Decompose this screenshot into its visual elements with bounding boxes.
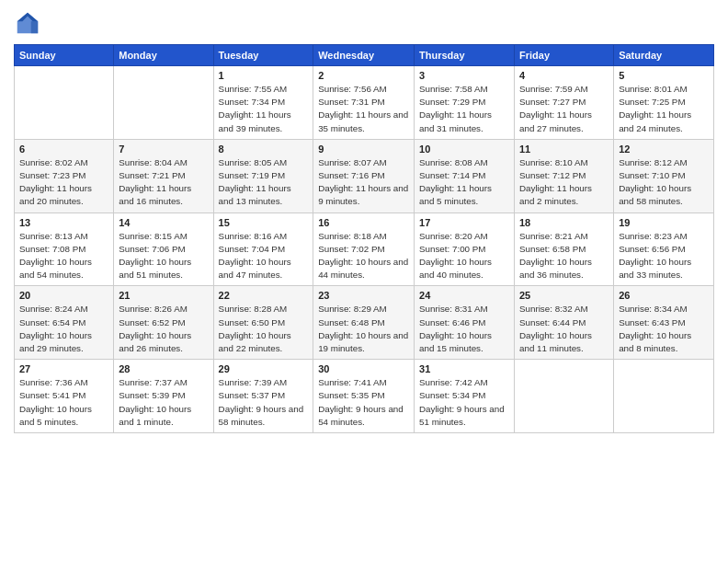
day-info: Sunrise: 8:18 AM Sunset: 7:02 PM Dayligh… (318, 230, 409, 282)
day-number: 12 (619, 144, 709, 155)
header (14, 9, 714, 37)
day-number: 8 (219, 144, 309, 155)
calendar-cell: 20Sunrise: 8:24 AM Sunset: 6:54 PM Dayli… (15, 286, 114, 360)
calendar-week-row: 20Sunrise: 8:24 AM Sunset: 6:54 PM Dayli… (15, 286, 714, 360)
calendar-cell: 29Sunrise: 7:39 AM Sunset: 5:37 PM Dayli… (213, 360, 313, 433)
weekday-header: Saturday (614, 45, 714, 66)
day-info: Sunrise: 8:05 AM Sunset: 7:19 PM Dayligh… (219, 156, 309, 209)
day-info: Sunrise: 8:20 AM Sunset: 7:00 PM Dayligh… (419, 230, 509, 282)
logo-icon (14, 9, 41, 37)
calendar-table: SundayMondayTuesdayWednesdayThursdayFrid… (14, 44, 714, 433)
day-info: Sunrise: 8:29 AM Sunset: 6:48 PM Dayligh… (318, 303, 409, 355)
calendar-cell: 28Sunrise: 7:37 AM Sunset: 5:39 PM Dayli… (114, 360, 213, 433)
day-number: 25 (519, 290, 609, 301)
day-info: Sunrise: 8:10 AM Sunset: 7:12 PM Dayligh… (519, 156, 609, 209)
day-info: Sunrise: 7:39 AM Sunset: 5:37 PM Dayligh… (219, 376, 309, 429)
calendar-cell: 9Sunrise: 8:07 AM Sunset: 7:16 PM Daylig… (313, 139, 415, 213)
calendar-cell: 22Sunrise: 8:28 AM Sunset: 6:50 PM Dayli… (213, 286, 313, 360)
day-number: 16 (318, 217, 409, 228)
day-info: Sunrise: 8:31 AM Sunset: 6:46 PM Dayligh… (419, 303, 509, 355)
weekday-header: Tuesday (213, 45, 313, 66)
day-info: Sunrise: 8:28 AM Sunset: 6:50 PM Dayligh… (219, 303, 309, 355)
calendar-cell: 31Sunrise: 7:42 AM Sunset: 5:34 PM Dayli… (415, 360, 515, 433)
calendar-cell: 14Sunrise: 8:15 AM Sunset: 7:06 PM Dayli… (114, 213, 213, 286)
day-info: Sunrise: 8:16 AM Sunset: 7:04 PM Dayligh… (219, 230, 309, 282)
day-number: 4 (519, 70, 609, 81)
calendar-cell: 18Sunrise: 8:21 AM Sunset: 6:58 PM Dayli… (515, 213, 614, 286)
day-info: Sunrise: 7:56 AM Sunset: 7:31 PM Dayligh… (318, 83, 409, 135)
day-number: 27 (19, 363, 108, 374)
calendar-cell: 19Sunrise: 8:23 AM Sunset: 6:56 PM Dayli… (614, 213, 714, 286)
calendar-cell: 17Sunrise: 8:20 AM Sunset: 7:00 PM Dayli… (415, 213, 515, 286)
calendar-cell: 23Sunrise: 8:29 AM Sunset: 6:48 PM Dayli… (313, 286, 415, 360)
calendar-cell: 8Sunrise: 8:05 AM Sunset: 7:19 PM Daylig… (213, 139, 313, 213)
day-number: 21 (119, 290, 208, 301)
day-number: 31 (419, 363, 509, 374)
calendar-cell: 30Sunrise: 7:41 AM Sunset: 5:35 PM Dayli… (313, 360, 415, 433)
calendar-cell: 21Sunrise: 8:26 AM Sunset: 6:52 PM Dayli… (114, 286, 213, 360)
calendar-cell: 27Sunrise: 7:36 AM Sunset: 5:41 PM Dayli… (15, 360, 114, 433)
day-number: 24 (419, 290, 509, 301)
day-info: Sunrise: 8:12 AM Sunset: 7:10 PM Dayligh… (619, 156, 709, 209)
calendar-week-row: 1Sunrise: 7:55 AM Sunset: 7:34 PM Daylig… (15, 66, 714, 140)
calendar-cell: 24Sunrise: 8:31 AM Sunset: 6:46 PM Dayli… (415, 286, 515, 360)
calendar-cell: 25Sunrise: 8:32 AM Sunset: 6:44 PM Dayli… (515, 286, 614, 360)
day-number: 6 (19, 144, 108, 155)
day-number: 15 (219, 217, 309, 228)
day-number: 17 (419, 217, 509, 228)
day-number: 14 (119, 217, 208, 228)
day-info: Sunrise: 7:41 AM Sunset: 5:35 PM Dayligh… (318, 376, 409, 429)
calendar-cell: 10Sunrise: 8:08 AM Sunset: 7:14 PM Dayli… (415, 139, 515, 213)
day-number: 22 (219, 290, 309, 301)
calendar-cell: 1Sunrise: 7:55 AM Sunset: 7:34 PM Daylig… (213, 66, 313, 140)
day-number: 7 (119, 144, 208, 155)
page: SundayMondayTuesdayWednesdayThursdayFrid… (0, 0, 728, 563)
day-number: 1 (219, 70, 309, 81)
logo (14, 9, 45, 37)
weekday-header: Friday (515, 45, 614, 66)
day-info: Sunrise: 7:42 AM Sunset: 5:34 PM Dayligh… (419, 376, 509, 429)
day-info: Sunrise: 7:37 AM Sunset: 5:39 PM Dayligh… (119, 376, 208, 429)
day-number: 29 (219, 363, 309, 374)
day-info: Sunrise: 8:13 AM Sunset: 7:08 PM Dayligh… (19, 230, 108, 282)
day-info: Sunrise: 8:32 AM Sunset: 6:44 PM Dayligh… (519, 303, 609, 355)
day-info: Sunrise: 8:24 AM Sunset: 6:54 PM Dayligh… (19, 303, 108, 355)
calendar-header-row: SundayMondayTuesdayWednesdayThursdayFrid… (15, 45, 714, 66)
calendar-cell: 15Sunrise: 8:16 AM Sunset: 7:04 PM Dayli… (213, 213, 313, 286)
day-number: 11 (519, 144, 609, 155)
weekday-header: Monday (114, 45, 213, 66)
calendar-cell (114, 66, 213, 140)
day-number: 19 (619, 217, 709, 228)
day-number: 13 (19, 217, 108, 228)
day-info: Sunrise: 8:07 AM Sunset: 7:16 PM Dayligh… (318, 156, 409, 209)
calendar-cell: 7Sunrise: 8:04 AM Sunset: 7:21 PM Daylig… (114, 139, 213, 213)
weekday-header: Sunday (15, 45, 114, 66)
day-number: 5 (619, 70, 709, 81)
calendar-cell: 26Sunrise: 8:34 AM Sunset: 6:43 PM Dayli… (614, 286, 714, 360)
calendar-week-row: 13Sunrise: 8:13 AM Sunset: 7:08 PM Dayli… (15, 213, 714, 286)
calendar-cell (614, 360, 714, 433)
day-number: 28 (119, 363, 208, 374)
day-number: 10 (419, 144, 509, 155)
calendar-cell: 6Sunrise: 8:02 AM Sunset: 7:23 PM Daylig… (15, 139, 114, 213)
calendar-cell: 16Sunrise: 8:18 AM Sunset: 7:02 PM Dayli… (313, 213, 415, 286)
day-info: Sunrise: 8:02 AM Sunset: 7:23 PM Dayligh… (19, 156, 108, 209)
day-number: 9 (318, 144, 409, 155)
day-info: Sunrise: 8:08 AM Sunset: 7:14 PM Dayligh… (419, 156, 509, 209)
svg-marker-2 (31, 21, 39, 33)
calendar-cell (15, 66, 114, 140)
calendar-cell: 12Sunrise: 8:12 AM Sunset: 7:10 PM Dayli… (614, 139, 714, 213)
day-info: Sunrise: 7:58 AM Sunset: 7:29 PM Dayligh… (419, 83, 509, 135)
day-number: 20 (19, 290, 108, 301)
day-number: 23 (318, 290, 409, 301)
day-number: 18 (519, 217, 609, 228)
calendar-week-row: 27Sunrise: 7:36 AM Sunset: 5:41 PM Dayli… (15, 360, 714, 433)
day-info: Sunrise: 7:36 AM Sunset: 5:41 PM Dayligh… (19, 376, 108, 429)
weekday-header: Wednesday (313, 45, 415, 66)
day-info: Sunrise: 8:34 AM Sunset: 6:43 PM Dayligh… (619, 303, 709, 355)
day-info: Sunrise: 8:04 AM Sunset: 7:21 PM Dayligh… (119, 156, 208, 209)
weekday-header: Thursday (415, 45, 515, 66)
day-number: 2 (318, 70, 409, 81)
day-info: Sunrise: 8:26 AM Sunset: 6:52 PM Dayligh… (119, 303, 208, 355)
day-number: 30 (318, 363, 409, 374)
